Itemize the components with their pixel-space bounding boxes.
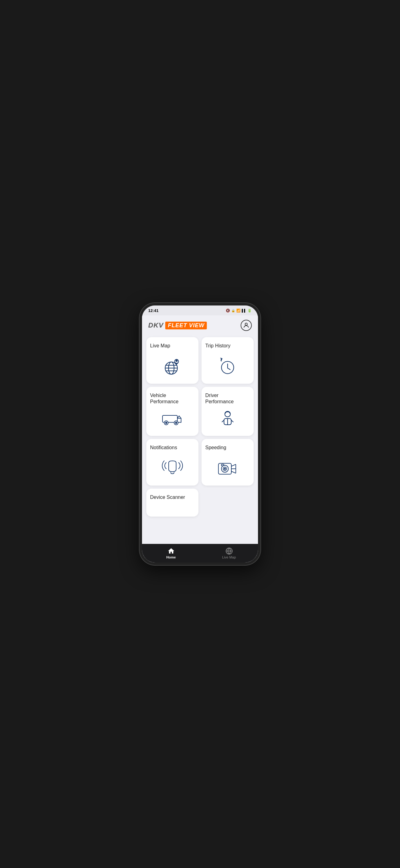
logo-fleet-view: FLEET VIEW xyxy=(165,321,207,330)
app-header: DKV FLEET VIEW xyxy=(142,315,258,334)
app-content: DKV FLEET VIEW Live Map xyxy=(142,315,258,544)
trip-history-label: Trip History xyxy=(205,343,230,349)
device-scanner-label: Device Scanner xyxy=(150,494,185,500)
status-time: 12:41 xyxy=(148,308,159,313)
svg-point-7 xyxy=(176,360,177,362)
driver-performance-icon-area xyxy=(205,408,250,430)
trip-history-icon-area xyxy=(205,356,250,378)
vehicle-performance-label: Vehicle Performance xyxy=(150,393,178,405)
profile-button[interactable] xyxy=(241,320,252,331)
history-clock-icon xyxy=(216,356,239,378)
lock-icon: 🔒 xyxy=(231,309,235,312)
device-scanner-card[interactable]: Device Scanner xyxy=(146,489,198,517)
status-bar: 12:41 🔇 🔒 📶 ▌▌ 🔋 xyxy=(142,306,258,315)
battery-icon: 🔋 xyxy=(247,309,252,313)
logo-dkv: DKV xyxy=(148,321,163,330)
speeding-icon-area xyxy=(205,458,250,480)
phone-shell: 12:41 🔇 🔒 📶 ▌▌ 🔋 DKV FLEET VIEW xyxy=(139,303,261,565)
nav-livemap[interactable]: Live Map xyxy=(200,546,258,561)
nav-livemap-label: Live Map xyxy=(222,555,236,559)
nav-home[interactable]: Home xyxy=(142,546,200,561)
vehicle-performance-card[interactable]: Vehicle Performance xyxy=(146,387,198,436)
svg-rect-21 xyxy=(222,464,224,466)
nav-globe-icon xyxy=(226,547,233,555)
menu-grid: Live Map Trip xyxy=(142,334,258,521)
home-icon xyxy=(167,547,175,555)
bell-wave-icon xyxy=(161,458,184,480)
signal-icon: ▌▌ xyxy=(242,309,246,312)
svg-point-20 xyxy=(224,468,226,469)
driver-performance-card[interactable]: Driver Performance xyxy=(202,387,254,436)
nav-home-label: Home xyxy=(166,555,176,559)
globe-pin-icon xyxy=(161,356,184,378)
live-map-icon-area xyxy=(150,356,195,378)
live-map-card[interactable]: Live Map xyxy=(146,337,198,384)
speeding-card[interactable]: Speeding xyxy=(202,439,254,486)
trip-history-card[interactable]: Trip History xyxy=(202,337,254,384)
mute-icon: 🔇 xyxy=(226,309,230,313)
vehicle-performance-icon-area xyxy=(150,408,195,430)
svg-point-0 xyxy=(245,323,247,326)
notifications-label: Notifications xyxy=(150,444,177,451)
van-icon xyxy=(161,408,184,430)
person-icon xyxy=(216,408,239,430)
svg-point-11 xyxy=(166,422,167,424)
bottom-nav: Home Live Map xyxy=(142,544,258,562)
wifi-icon: 📶 xyxy=(236,309,241,313)
svg-point-13 xyxy=(175,422,177,424)
svg-line-22 xyxy=(231,464,236,466)
notifications-icon-area xyxy=(150,458,195,480)
logo-container: DKV FLEET VIEW xyxy=(148,321,207,330)
driver-performance-label: Driver Performance xyxy=(205,393,234,405)
notifications-card[interactable]: Notifications xyxy=(146,439,198,486)
speed-camera-icon xyxy=(216,458,239,480)
status-icons: 🔇 🔒 📶 ▌▌ 🔋 xyxy=(226,309,252,313)
svg-line-24 xyxy=(231,471,236,473)
live-map-label: Live Map xyxy=(150,343,170,349)
speeding-label: Speeding xyxy=(205,444,226,451)
